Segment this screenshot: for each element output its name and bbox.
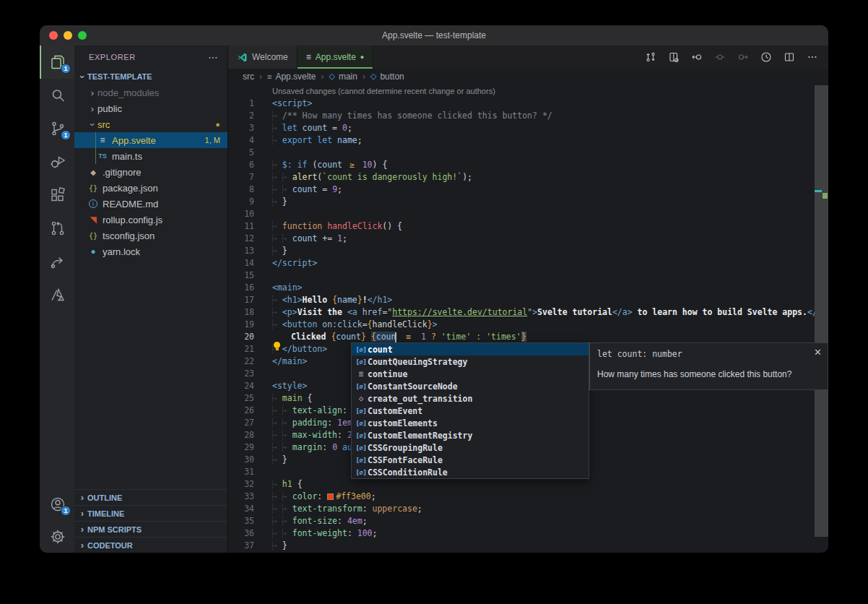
suggestion-count[interactable]: [∅]count [352, 343, 589, 355]
line-number[interactable]: 36 [228, 527, 254, 540]
panel-npm-scripts[interactable]: ›NPM SCRIPTS [74, 521, 227, 537]
chevron-right-icon[interactable]: › [87, 103, 97, 114]
sidebar-item-source-control[interactable]: 1 [40, 112, 74, 145]
scrollbar-thumb[interactable] [815, 85, 828, 537]
code-line-4[interactable]: 4→ export let name; [228, 134, 815, 147]
line-number[interactable]: 25 [228, 392, 254, 405]
line-number[interactable]: 4 [228, 134, 254, 147]
line-number[interactable]: 15 [228, 269, 254, 282]
explorer-item-rollup.config.js[interactable]: ◥rollup.config.js [74, 212, 227, 228]
line-number[interactable]: 5 [228, 147, 254, 159]
panel-codetour[interactable]: ›CODETOUR [74, 537, 227, 553]
code-line-7[interactable]: 7→ → alert(`count is dangerously high!`)… [228, 171, 815, 184]
explorer-item-yarn.lock[interactable]: ●yarn.lock [74, 243, 227, 259]
line-number[interactable]: 28 [228, 429, 254, 441]
suggestion-CSSConditionRule[interactable]: [∅]CSSConditionRule [352, 466, 589, 478]
explorer-item-public[interactable]: ›public [74, 100, 227, 116]
breadcrumb-item-button[interactable]: ◇button [370, 72, 404, 82]
chevron-right-icon[interactable]: › [87, 87, 97, 98]
line-number[interactable]: 3 [228, 122, 254, 134]
line-number[interactable]: 30 [228, 454, 254, 466]
code-line-36[interactable]: 36→ → font-weight: 100; [228, 527, 815, 540]
line-number[interactable]: 16 [228, 282, 254, 294]
line-number[interactable]: 19 [228, 319, 254, 331]
code-line-12[interactable]: 12→ → count += 1; [228, 233, 815, 245]
suggestion-CountQueuingStrategy[interactable]: [∅]CountQueuingStrategy [352, 355, 589, 368]
line-number[interactable]: 9 [228, 196, 254, 208]
line-number[interactable]: 14 [228, 257, 254, 269]
suggestion-create_out_transition[interactable]: ◇create_out_transition [352, 392, 589, 405]
line-number[interactable]: 22 [228, 355, 254, 368]
line-number[interactable]: 8 [228, 184, 254, 196]
code-line-8[interactable]: 8→ → count = 9; [228, 184, 815, 196]
explorer-item-node_modules[interactable]: ›node_modules [74, 85, 227, 100]
panel-timeline[interactable]: ›TIMELINE [74, 505, 227, 521]
accounts-button[interactable]: 1 [40, 488, 74, 521]
suggestion-customElements[interactable]: [∅]customElements [352, 417, 589, 429]
code-line-3[interactable]: 3→ let count = 0; [228, 122, 815, 134]
suggestion-continue[interactable]: ≡continue [352, 368, 589, 380]
run-button[interactable] [760, 51, 772, 63]
close-button[interactable] [49, 31, 58, 40]
sidebar-item-extensions[interactable] [40, 178, 74, 212]
code-line-10[interactable]: 10 [228, 208, 815, 220]
code-line-5[interactable]: 5 [228, 147, 815, 159]
code-line-37[interactable]: 37→ } [228, 540, 815, 552]
previous-change-button[interactable] [691, 51, 703, 63]
line-number[interactable]: 33 [228, 491, 254, 503]
code-line-1[interactable]: 1<script> [228, 98, 815, 110]
code-line-19[interactable]: 19→ <button on:click={handleClick}> [228, 319, 815, 331]
suggestion-CustomElementRegistry[interactable]: [∅]CustomElementRegistry [352, 429, 589, 441]
explorer-actions-icon[interactable]: ⋯ [208, 51, 219, 63]
line-number[interactable]: 12 [228, 233, 254, 245]
code-line-2[interactable]: 2→ /** How many times has someone clicke… [228, 110, 815, 122]
line-number[interactable]: 17 [228, 294, 254, 306]
line-number[interactable]: 35 [228, 515, 254, 527]
line-number[interactable]: 29 [228, 441, 254, 454]
line-number[interactable]: 2 [228, 110, 254, 122]
line-number[interactable]: 27 [228, 417, 254, 429]
suggestion-ConstantSourceNode[interactable]: [∅]ConstantSourceNode [352, 380, 589, 392]
minimize-button[interactable] [64, 31, 72, 40]
line-number[interactable]: 18 [228, 306, 254, 319]
line-number[interactable]: 24 [228, 380, 254, 392]
chevron-down-icon[interactable]: › [87, 119, 98, 129]
code-editor[interactable]: Unsaved changes (cannot determine recent… [228, 84, 815, 553]
line-number[interactable]: 20 [228, 331, 254, 343]
explorer-item-src[interactable]: ›src● [74, 116, 227, 132]
breadcrumb-item-App.svelte[interactable]: ≡App.svelte [267, 72, 316, 82]
line-number[interactable]: 34 [228, 503, 254, 515]
next-change-button[interactable] [737, 51, 749, 63]
code-line-16[interactable]: 16<main> [228, 282, 815, 294]
explorer-item-main.ts[interactable]: TSmain.ts [74, 148, 227, 164]
code-line-35[interactable]: 35→ → font-size: 4em; [228, 515, 815, 527]
line-number[interactable]: 26 [228, 405, 254, 417]
suggestion-CustomEvent[interactable]: [∅]CustomEvent [352, 405, 589, 417]
line-number[interactable]: 23 [228, 368, 254, 380]
explorer-item-README.md[interactable]: iREADME.md [74, 196, 227, 212]
explorer-item-.gitignore[interactable]: ◆.gitignore [74, 164, 227, 180]
code-line-18[interactable]: 18→ <p>Visit the <a href="https://svelte… [228, 306, 815, 319]
settings-button[interactable] [40, 521, 74, 553]
line-number[interactable]: 7 [228, 171, 254, 184]
sidebar-item-run-debug[interactable] [40, 145, 74, 178]
color-swatch[interactable] [327, 493, 334, 500]
line-number[interactable]: 1 [228, 98, 254, 110]
tab-app-svelte[interactable]: ≡ App.svelte ● [298, 46, 374, 69]
explorer-item-App.svelte[interactable]: ≡App.svelte1, M [74, 132, 227, 148]
suggestion-CSSFontFaceRule[interactable]: [∅]CSSFontFaceRule [352, 454, 589, 466]
code-line-11[interactable]: 11→ function handleClick() { [228, 220, 815, 233]
code-line-34[interactable]: 34→ → text-transform: uppercase; [228, 503, 815, 515]
code-line-15[interactable]: 15 [228, 269, 815, 282]
more-actions-button[interactable] [807, 51, 818, 63]
suggestion-CSSGroupingRule[interactable]: [∅]CSSGroupingRule [352, 441, 589, 454]
line-number[interactable]: 6 [228, 159, 254, 171]
explorer-item-package.json[interactable]: {}package.json [74, 180, 227, 196]
line-number[interactable]: 31 [228, 466, 254, 478]
line-number[interactable]: 32 [228, 478, 254, 491]
sidebar-item-github-pull-requests[interactable] [40, 212, 74, 245]
compare-changes-button[interactable] [645, 51, 656, 63]
breadcrumb-item-src[interactable]: src [243, 72, 254, 82]
line-number[interactable]: 10 [228, 208, 254, 220]
sidebar-item-search[interactable] [40, 79, 74, 112]
